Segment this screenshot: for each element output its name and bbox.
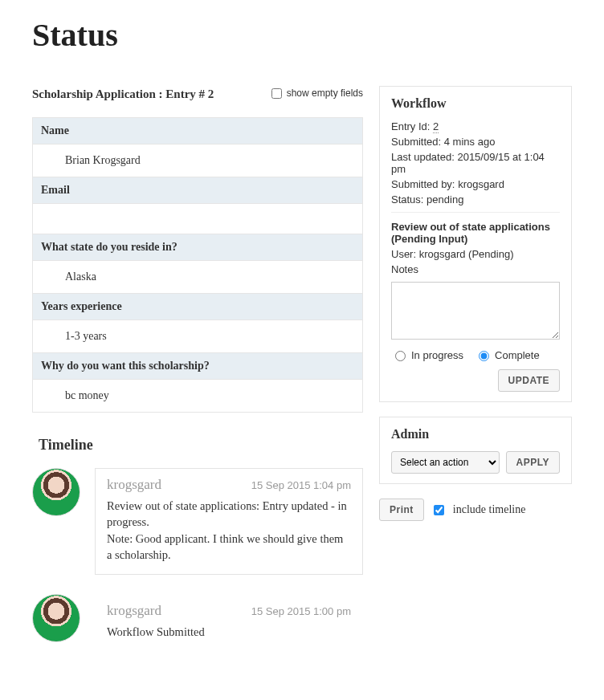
submitted-by-value: krogsgard <box>458 178 504 190</box>
workflow-box: Workflow Entry Id: 2 Submitted: 4 mins a… <box>379 86 572 402</box>
field-value: 1-3 years <box>33 320 362 353</box>
show-empty-fields-toggle[interactable]: show empty fields <box>271 88 363 99</box>
show-empty-fields-checkbox[interactable] <box>271 88 282 99</box>
field-value: Brian Krogsgard <box>33 144 362 177</box>
timeline-user: krogsgard <box>107 477 161 493</box>
field-value: Alaska <box>33 261 362 294</box>
submitted-label: Submitted: <box>391 136 441 148</box>
update-button[interactable]: UPDATE <box>498 369 560 392</box>
submitted-by-label: Submitted by: <box>391 178 455 190</box>
field-value <box>33 204 362 234</box>
entry-id-label: Entry Id: <box>391 120 430 132</box>
timeline-item: krogsgard 15 Sep 2015 1:00 pm Workflow S… <box>32 594 363 652</box>
submitted-value: 4 mins ago <box>444 136 496 148</box>
in-progress-option[interactable]: In progress <box>391 348 463 361</box>
field-label: Name <box>33 118 362 144</box>
complete-radio[interactable] <box>479 351 489 361</box>
include-timeline-checkbox[interactable] <box>434 505 444 515</box>
admin-action-select[interactable]: Select an action <box>391 451 500 474</box>
status-label: Status: <box>391 193 423 206</box>
field-label: What state do you reside in? <box>33 234 362 261</box>
show-empty-fields-label: show empty fields <box>287 88 363 99</box>
field-value: bc money <box>33 380 362 412</box>
status-value: pending <box>426 193 463 206</box>
workflow-user-line: User: krogsgard (Pending) <box>391 248 560 260</box>
timeline-user: krogsgard <box>107 603 161 619</box>
field-label: Why do you want this scholarship? <box>33 353 362 380</box>
avatar <box>32 468 80 516</box>
avatar <box>32 594 80 642</box>
workflow-heading: Workflow <box>391 96 560 111</box>
entry-id-link[interactable]: 2 <box>433 120 439 133</box>
timeline-date: 15 Sep 2015 1:00 pm <box>251 605 351 617</box>
timeline-heading: Timeline <box>39 437 363 454</box>
timeline-body: Workflow Submitted <box>107 624 351 640</box>
workflow-step-title: Review out of state applications (Pendin… <box>391 212 560 245</box>
include-timeline-label: include timeline <box>453 503 526 516</box>
in-progress-radio[interactable] <box>395 351 406 361</box>
in-progress-label: In progress <box>411 349 463 361</box>
timeline-item: krogsgard 15 Sep 2015 1:04 pm Review out… <box>32 468 363 575</box>
timeline-date: 15 Sep 2015 1:04 pm <box>251 479 351 491</box>
admin-box: Admin Select an action APPLY <box>379 417 572 484</box>
field-label: Years experience <box>33 294 362 320</box>
last-updated-label: Last updated: <box>391 151 455 163</box>
notes-textarea[interactable] <box>391 282 560 340</box>
page-title: Status <box>32 16 572 54</box>
apply-button[interactable]: APPLY <box>506 451 560 474</box>
entry-title: Scholarship Application : Entry # 2 <box>32 86 214 103</box>
notes-label: Notes <box>391 263 560 275</box>
complete-label: Complete <box>495 349 540 361</box>
admin-heading: Admin <box>391 427 560 442</box>
complete-option[interactable]: Complete <box>475 348 540 361</box>
timeline-body: Review out of state applications: Entry … <box>107 498 351 563</box>
field-label: Email <box>33 177 362 204</box>
entry-fields: Name Brian Krogsgard Email What state do… <box>32 117 363 413</box>
print-button[interactable]: Print <box>379 499 424 521</box>
